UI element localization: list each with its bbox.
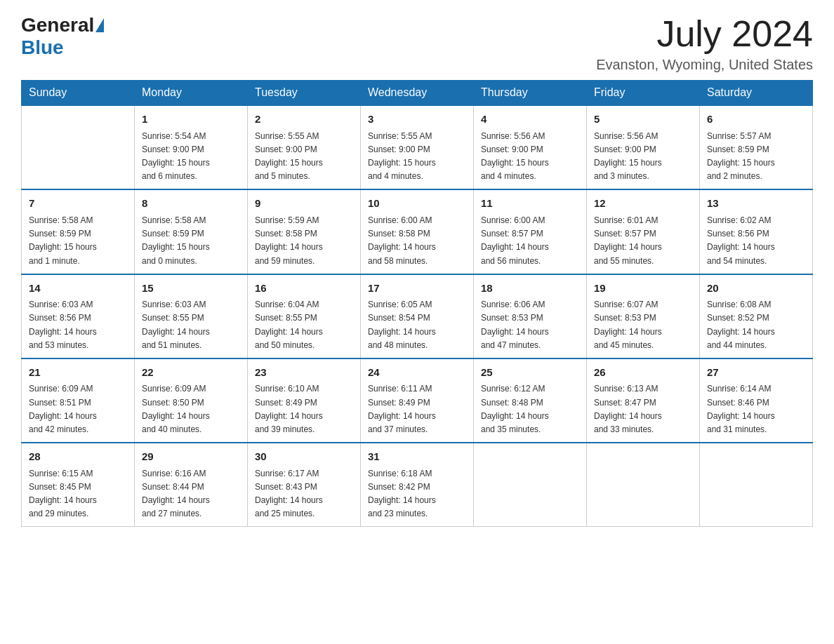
day-number: 12 [594, 196, 692, 212]
day-number: 18 [481, 281, 579, 297]
calendar-day-cell: 19Sunrise: 6:07 AM Sunset: 8:53 PM Dayli… [587, 274, 700, 358]
calendar-day-cell: 1Sunrise: 5:54 AM Sunset: 9:00 PM Daylig… [135, 105, 248, 189]
calendar-day-cell: 15Sunrise: 6:03 AM Sunset: 8:55 PM Dayli… [135, 274, 248, 358]
day-of-week-header: Monday [135, 81, 248, 106]
day-number: 15 [142, 281, 240, 297]
day-info-text: Sunrise: 5:58 AM Sunset: 8:59 PM Dayligh… [29, 214, 127, 268]
calendar-day-cell: 25Sunrise: 6:12 AM Sunset: 8:48 PM Dayli… [474, 358, 587, 443]
calendar-day-cell [587, 443, 700, 527]
day-number: 21 [29, 365, 127, 381]
calendar-day-cell: 14Sunrise: 6:03 AM Sunset: 8:56 PM Dayli… [22, 274, 135, 358]
day-info-text: Sunrise: 6:14 AM Sunset: 8:46 PM Dayligh… [707, 382, 805, 436]
day-number: 26 [594, 365, 692, 381]
calendar-day-cell: 11Sunrise: 6:00 AM Sunset: 8:57 PM Dayli… [474, 189, 587, 274]
day-info-text: Sunrise: 5:55 AM Sunset: 9:00 PM Dayligh… [368, 130, 466, 184]
day-number: 7 [29, 196, 127, 212]
calendar-day-cell: 17Sunrise: 6:05 AM Sunset: 8:54 PM Dayli… [361, 274, 474, 358]
calendar-day-cell: 13Sunrise: 6:02 AM Sunset: 8:56 PM Dayli… [700, 189, 813, 274]
calendar-table: SundayMondayTuesdayWednesdayThursdayFrid… [21, 80, 813, 527]
day-info-text: Sunrise: 5:54 AM Sunset: 9:00 PM Dayligh… [142, 130, 240, 184]
day-info-text: Sunrise: 5:56 AM Sunset: 9:00 PM Dayligh… [594, 130, 692, 184]
calendar-week-row: 21Sunrise: 6:09 AM Sunset: 8:51 PM Dayli… [22, 358, 813, 443]
calendar-day-cell: 7Sunrise: 5:58 AM Sunset: 8:59 PM Daylig… [22, 189, 135, 274]
calendar-day-cell: 30Sunrise: 6:17 AM Sunset: 8:43 PM Dayli… [248, 443, 361, 527]
day-of-week-header: Tuesday [248, 81, 361, 106]
calendar-day-cell: 24Sunrise: 6:11 AM Sunset: 8:49 PM Dayli… [361, 358, 474, 443]
calendar-day-cell: 16Sunrise: 6:04 AM Sunset: 8:55 PM Dayli… [248, 274, 361, 358]
day-number: 23 [255, 365, 353, 381]
calendar-day-cell [22, 105, 135, 189]
day-info-text: Sunrise: 6:13 AM Sunset: 8:47 PM Dayligh… [594, 382, 692, 436]
day-number: 13 [707, 196, 805, 212]
day-info-text: Sunrise: 6:11 AM Sunset: 8:49 PM Dayligh… [368, 382, 466, 436]
logo: General Blue [21, 14, 105, 59]
day-number: 29 [142, 449, 240, 465]
calendar-day-cell: 2Sunrise: 5:55 AM Sunset: 9:00 PM Daylig… [248, 105, 361, 189]
day-info-text: Sunrise: 6:18 AM Sunset: 8:42 PM Dayligh… [368, 467, 466, 521]
day-number: 27 [707, 365, 805, 381]
day-number: 14 [29, 281, 127, 297]
calendar-day-cell: 23Sunrise: 6:10 AM Sunset: 8:49 PM Dayli… [248, 358, 361, 443]
day-info-text: Sunrise: 6:09 AM Sunset: 8:51 PM Dayligh… [29, 382, 127, 436]
day-info-text: Sunrise: 6:02 AM Sunset: 8:56 PM Dayligh… [707, 214, 805, 268]
title-block: July 2024 Evanston, Wyoming, United Stat… [596, 14, 813, 73]
calendar-week-row: 1Sunrise: 5:54 AM Sunset: 9:00 PM Daylig… [22, 105, 813, 189]
day-number: 3 [368, 112, 466, 128]
day-info-text: Sunrise: 6:03 AM Sunset: 8:56 PM Dayligh… [29, 298, 127, 352]
day-of-week-header: Friday [587, 81, 700, 106]
day-info-text: Sunrise: 5:58 AM Sunset: 8:59 PM Dayligh… [142, 214, 240, 268]
calendar-day-cell: 29Sunrise: 6:16 AM Sunset: 8:44 PM Dayli… [135, 443, 248, 527]
day-info-text: Sunrise: 6:07 AM Sunset: 8:53 PM Dayligh… [594, 298, 692, 352]
day-number: 16 [255, 281, 353, 297]
day-info-text: Sunrise: 5:56 AM Sunset: 9:00 PM Dayligh… [481, 130, 579, 184]
day-number: 22 [142, 365, 240, 381]
calendar-day-cell: 10Sunrise: 6:00 AM Sunset: 8:58 PM Dayli… [361, 189, 474, 274]
day-number: 6 [707, 112, 805, 128]
calendar-day-cell: 12Sunrise: 6:01 AM Sunset: 8:57 PM Dayli… [587, 189, 700, 274]
logo-blue-text: Blue [21, 36, 64, 59]
day-info-text: Sunrise: 6:10 AM Sunset: 8:49 PM Dayligh… [255, 382, 353, 436]
day-of-week-header: Wednesday [361, 81, 474, 106]
calendar-day-cell: 22Sunrise: 6:09 AM Sunset: 8:50 PM Dayli… [135, 358, 248, 443]
day-info-text: Sunrise: 6:00 AM Sunset: 8:58 PM Dayligh… [368, 214, 466, 268]
day-info-text: Sunrise: 6:04 AM Sunset: 8:55 PM Dayligh… [255, 298, 353, 352]
page-header: General Blue July 2024 Evanston, Wyoming… [21, 14, 813, 73]
day-info-text: Sunrise: 6:00 AM Sunset: 8:57 PM Dayligh… [481, 214, 579, 268]
calendar-day-cell: 31Sunrise: 6:18 AM Sunset: 8:42 PM Dayli… [361, 443, 474, 527]
day-info-text: Sunrise: 6:03 AM Sunset: 8:55 PM Dayligh… [142, 298, 240, 352]
day-number: 5 [594, 112, 692, 128]
day-of-week-header: Sunday [22, 81, 135, 106]
day-number: 17 [368, 281, 466, 297]
logo-general-text: General [21, 14, 94, 36]
calendar-header-row: SundayMondayTuesdayWednesdayThursdayFrid… [22, 81, 813, 106]
day-number: 1 [142, 112, 240, 128]
calendar-week-row: 14Sunrise: 6:03 AM Sunset: 8:56 PM Dayli… [22, 274, 813, 358]
day-info-text: Sunrise: 6:16 AM Sunset: 8:44 PM Dayligh… [142, 467, 240, 521]
calendar-day-cell: 28Sunrise: 6:15 AM Sunset: 8:45 PM Dayli… [22, 443, 135, 527]
calendar-day-cell: 27Sunrise: 6:14 AM Sunset: 8:46 PM Dayli… [700, 358, 813, 443]
day-number: 30 [255, 449, 353, 465]
calendar-day-cell: 26Sunrise: 6:13 AM Sunset: 8:47 PM Dayli… [587, 358, 700, 443]
calendar-day-cell: 9Sunrise: 5:59 AM Sunset: 8:58 PM Daylig… [248, 189, 361, 274]
day-of-week-header: Saturday [700, 81, 813, 106]
calendar-day-cell: 6Sunrise: 5:57 AM Sunset: 8:59 PM Daylig… [700, 105, 813, 189]
calendar-day-cell: 20Sunrise: 6:08 AM Sunset: 8:52 PM Dayli… [700, 274, 813, 358]
month-title: July 2024 [596, 14, 813, 54]
day-info-text: Sunrise: 5:59 AM Sunset: 8:58 PM Dayligh… [255, 214, 353, 268]
day-info-text: Sunrise: 6:09 AM Sunset: 8:50 PM Dayligh… [142, 382, 240, 436]
day-number: 24 [368, 365, 466, 381]
logo-triangle-icon [95, 18, 104, 32]
calendar-day-cell: 21Sunrise: 6:09 AM Sunset: 8:51 PM Dayli… [22, 358, 135, 443]
day-number: 4 [481, 112, 579, 128]
calendar-day-cell: 5Sunrise: 5:56 AM Sunset: 9:00 PM Daylig… [587, 105, 700, 189]
day-number: 2 [255, 112, 353, 128]
day-number: 31 [368, 449, 466, 465]
day-number: 9 [255, 196, 353, 212]
day-info-text: Sunrise: 6:06 AM Sunset: 8:53 PM Dayligh… [481, 298, 579, 352]
calendar-day-cell: 18Sunrise: 6:06 AM Sunset: 8:53 PM Dayli… [474, 274, 587, 358]
day-info-text: Sunrise: 6:05 AM Sunset: 8:54 PM Dayligh… [368, 298, 466, 352]
day-number: 11 [481, 196, 579, 212]
day-number: 28 [29, 449, 127, 465]
day-number: 19 [594, 281, 692, 297]
day-info-text: Sunrise: 6:17 AM Sunset: 8:43 PM Dayligh… [255, 467, 353, 521]
